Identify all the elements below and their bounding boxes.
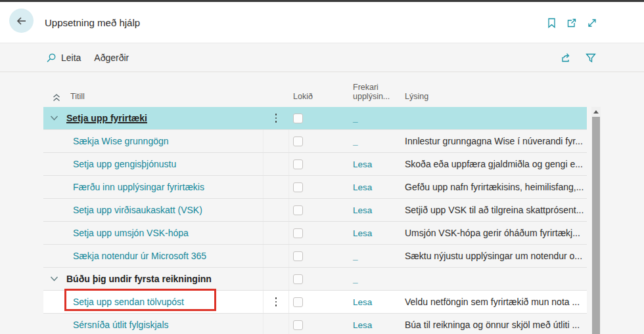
actions-menu-button[interactable]: Aðgerðir — [94, 52, 129, 63]
done-checkbox[interactable] — [293, 182, 303, 192]
page-title: Uppsetning með hjálp — [45, 2, 140, 43]
more-info-link[interactable]: Lesa — [353, 205, 372, 215]
row-title-link[interactable]: Búðu þig undir fyrsta reikninginn — [66, 274, 212, 284]
row-title-link[interactable]: Sækja Wise grunngögn — [73, 136, 169, 146]
actionbar-left: Leita Aðgerðir — [0, 52, 129, 63]
row-description: Skoða eða uppfæra gjaldmiðla og gengi e.… — [405, 159, 583, 169]
row-menu-icon[interactable] — [275, 297, 277, 306]
table-row[interactable]: Færðu inn upplýsingar fyrirtækis Lesa Ge… — [43, 176, 587, 199]
more-info-link[interactable]: Lesa — [353, 297, 372, 307]
search-label: Leita — [61, 52, 81, 63]
done-checkbox[interactable] — [293, 114, 303, 123]
done-checkbox[interactable] — [293, 159, 303, 169]
table-body: Setja upp fyrirtæki _ Sækja Wise grunngö… — [43, 107, 587, 334]
column-header-done[interactable]: Lokið — [289, 92, 349, 107]
table-row[interactable]: Setja upp umsjón VSK-hópa Lesa Umsjón VS… — [43, 222, 587, 245]
row-title-link[interactable]: Sækja notendur úr Microsoft 365 — [73, 251, 206, 261]
scrollbar-up-arrow[interactable] — [591, 107, 601, 116]
more-info-link[interactable]: Lesa — [353, 182, 372, 192]
row-title-link[interactable]: Setja upp umsjón VSK-hópa — [73, 228, 189, 238]
row-description: Sæktu nýjustu upplýsingar um notendur o.… — [405, 251, 582, 261]
row-description: Gefðu upp nafn fyrirtækisins, heimilisfa… — [405, 182, 584, 192]
row-description: Innlestur grunngagna Wise í núverandi fy… — [405, 136, 583, 146]
collapse-all-icon[interactable] — [51, 93, 62, 102]
title-bar: Uppsetning með hjálp — [0, 2, 644, 43]
row-title-link[interactable]: Setja upp gengisþjónustu — [73, 159, 176, 169]
column-header-more-info[interactable]: Frekari upplýsin... — [349, 83, 401, 107]
column-gutter — [263, 72, 289, 107]
more-info-link[interactable]: _ — [353, 114, 358, 123]
table-row[interactable]: Setja upp sendan tölvupóst Lesa Veldu ne… — [43, 291, 587, 314]
row-title-link[interactable]: Setja upp sendan tölvupóst — [73, 297, 184, 307]
expand-fullscreen-icon[interactable] — [586, 17, 598, 29]
bookmark-icon[interactable] — [546, 17, 557, 29]
table-row[interactable]: Búðu þig undir fyrsta reikninginn _ — [43, 268, 587, 291]
open-in-window-icon[interactable] — [566, 17, 578, 29]
more-info-link[interactable]: _ — [353, 136, 358, 146]
row-menu-icon[interactable] — [275, 114, 277, 123]
scrollbar-thumb[interactable] — [592, 117, 600, 334]
table-row[interactable]: Setja upp gengisþjónustu Lesa Skoða eða … — [43, 153, 587, 176]
app-window: Uppsetning með hjálp — [0, 0, 644, 334]
column-header-title[interactable]: Titill — [43, 92, 263, 107]
more-info-link[interactable]: _ — [353, 274, 358, 284]
share-icon[interactable] — [561, 52, 573, 64]
done-checkbox[interactable] — [293, 205, 303, 215]
row-description: Búa til reikninga og önnur skjöl með útl… — [405, 320, 580, 330]
row-description: Setjið upp VSK til að tilgreina skattpró… — [405, 205, 584, 215]
done-checkbox[interactable] — [293, 136, 303, 146]
done-checkbox[interactable] — [293, 251, 303, 261]
row-description: Umsjón VSK-hópa gerir óháðum fyrirtækj..… — [405, 228, 580, 238]
more-info-link[interactable]: Lesa — [353, 159, 372, 169]
more-info-link[interactable]: _ — [353, 251, 358, 261]
back-arrow-icon — [15, 14, 28, 28]
search-button[interactable]: Leita — [46, 52, 81, 63]
action-bar: Leita Aðgerðir — [0, 43, 644, 72]
row-title-link[interactable]: Setja upp fyrirtæki — [66, 113, 147, 123]
done-checkbox[interactable] — [293, 320, 303, 330]
chevron-down-icon[interactable] — [50, 276, 58, 282]
actions-label: Aðgerðir — [94, 52, 129, 63]
search-icon — [46, 52, 57, 63]
done-checkbox[interactable] — [293, 297, 303, 307]
table-row[interactable]: Sérsníða útlit fylgiskjals Lesa Búa til … — [43, 314, 587, 334]
chevron-down-icon[interactable] — [50, 115, 58, 121]
table-row[interactable]: Sækja notendur úr Microsoft 365 _ Sæktu … — [43, 245, 587, 268]
row-title-link[interactable]: Færðu inn upplýsingar fyrirtækis — [73, 182, 204, 192]
done-checkbox[interactable] — [293, 274, 303, 284]
more-info-link[interactable]: Lesa — [353, 320, 372, 330]
row-title-link[interactable]: Sérsníða útlit fylgiskjals — [73, 320, 169, 330]
actionbar-right — [561, 43, 644, 72]
done-checkbox[interactable] — [293, 228, 303, 238]
vertical-scrollbar[interactable] — [591, 107, 601, 334]
setup-list-table: Titill Lokið Frekari upplýsin... Lýsing — [43, 72, 587, 334]
row-description: Veldu netföngin sem fyrirtækið mun nota … — [405, 297, 580, 307]
row-title-link[interactable]: Setja upp virðisaukaskatt (VSK) — [73, 205, 202, 215]
titlebar-icons — [546, 2, 644, 43]
table-row[interactable]: Sækja Wise grunngögn _ Innlestur grunnga… — [43, 130, 587, 153]
table-row[interactable]: Setja upp fyrirtæki _ — [43, 107, 587, 130]
filter-icon[interactable] — [585, 52, 597, 64]
table-row[interactable]: Setja upp virðisaukaskatt (VSK) Lesa Set… — [43, 199, 587, 222]
column-header-description[interactable]: Lýsing — [401, 92, 587, 107]
back-button[interactable] — [9, 9, 34, 33]
page-content: Leita Aðgerðir — [0, 43, 644, 334]
more-info-link[interactable]: Lesa — [353, 228, 372, 238]
table-header-row: Titill Lokið Frekari upplýsin... Lýsing — [43, 72, 587, 107]
